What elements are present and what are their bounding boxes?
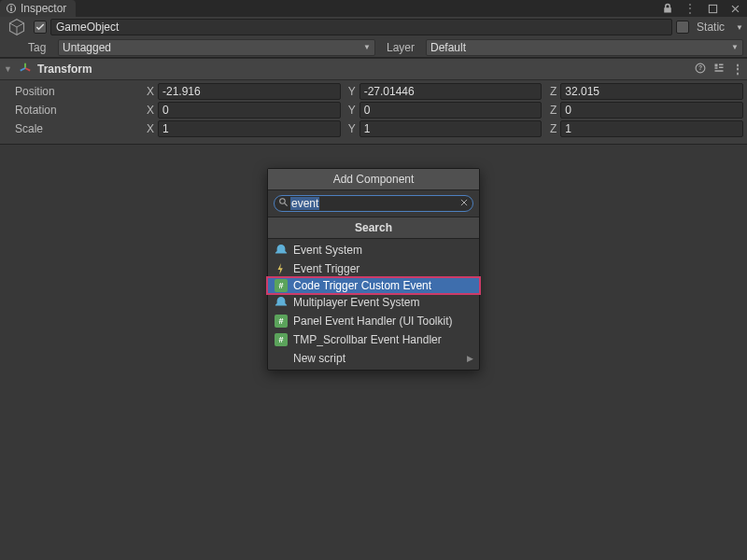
rotation-z-input[interactable]	[560, 102, 743, 119]
scale-x-input[interactable]	[158, 120, 341, 137]
static-label: Static	[693, 21, 728, 34]
tag-value: Untagged	[63, 41, 111, 54]
event-icon	[274, 243, 289, 258]
position-x-input[interactable]	[158, 83, 341, 100]
result-item-label: Multiplayer Event System	[293, 296, 419, 309]
scale-y-input[interactable]	[359, 120, 543, 137]
result-item-label: Event System	[293, 244, 362, 257]
rotation-label: Rotation	[4, 104, 139, 117]
transform-icon	[19, 62, 32, 77]
axis-z: Z	[542, 85, 560, 98]
position-row: Position X Y Z	[4, 82, 743, 101]
axis-x: X	[139, 85, 158, 98]
window-controls: ⋮	[661, 2, 747, 15]
cs-icon: #	[274, 314, 289, 329]
close-icon[interactable]	[728, 2, 741, 15]
transform-body: Position X Y Z Rotation X Y Z Scale X Y …	[0, 80, 747, 145]
result-item[interactable]: Multiplayer Event System	[268, 293, 479, 312]
results-list: Event SystemEvent Trigger#Code Trigger C…	[268, 239, 479, 370]
svg-rect-8	[719, 63, 724, 65]
chevron-right-icon: ▶	[467, 354, 473, 363]
none-icon	[274, 351, 289, 366]
inspector-tabbar: Inspector ⋮	[0, 0, 747, 17]
static-checkbox[interactable]	[676, 21, 689, 34]
foldout-icon[interactable]: ▼	[4, 64, 13, 74]
context-menu-icon[interactable]: ⋮	[732, 63, 743, 76]
maximize-icon[interactable]	[706, 2, 719, 15]
layer-dropdown[interactable]: Default ▼	[426, 39, 743, 56]
transform-header[interactable]: ▼ Transform ? ⋮	[0, 58, 747, 80]
axis-y: Y	[341, 85, 359, 98]
rotation-row: Rotation X Y Z	[4, 101, 743, 119]
search-box[interactable]: event	[274, 195, 473, 212]
svg-rect-3	[709, 5, 716, 12]
event-icon	[274, 295, 289, 310]
result-item-label: Event Trigger	[293, 262, 359, 275]
gameobject-icon[interactable]	[4, 18, 30, 36]
scale-row: Scale X Y Z	[4, 119, 743, 138]
static-dropdown-arrow[interactable]: ▼	[732, 23, 743, 32]
chevron-down-icon: ▼	[727, 43, 739, 51]
search-icon	[278, 197, 289, 210]
evtrigger-icon	[274, 261, 289, 276]
info-icon	[6, 3, 17, 14]
spacer	[0, 145, 747, 160]
tag-layer-row: Tag Untagged ▼ Layer Default ▼	[0, 37, 747, 58]
svg-rect-10	[715, 70, 724, 72]
menu-icon[interactable]: ⋮	[684, 2, 697, 15]
svg-rect-1	[10, 7, 12, 11]
svg-rect-9	[719, 66, 724, 68]
scale-label: Scale	[4, 122, 139, 135]
result-item[interactable]: #Panel Event Handler (UI Toolkit)	[268, 312, 479, 330]
cs-icon: #	[274, 278, 289, 293]
help-icon[interactable]: ?	[695, 63, 706, 77]
search-input[interactable]: event	[289, 197, 459, 210]
result-item[interactable]: #TMP_Scrollbar Event Handler	[268, 330, 479, 349]
svg-rect-6	[715, 63, 718, 66]
gameobject-header: Static ▼	[0, 17, 747, 37]
position-z-input[interactable]	[560, 83, 743, 100]
layer-label: Layer	[377, 41, 424, 54]
tag-dropdown[interactable]: Untagged ▼	[58, 39, 375, 56]
cs-icon: #	[274, 332, 289, 347]
scale-z-input[interactable]	[560, 120, 743, 137]
svg-point-11	[280, 199, 286, 204]
lock-icon[interactable]	[661, 2, 674, 15]
search-wrapper: event	[268, 190, 479, 217]
position-y-input[interactable]	[359, 83, 543, 100]
active-checkbox[interactable]	[34, 21, 47, 34]
chevron-down-icon: ▼	[359, 43, 371, 51]
result-item-label: New script	[293, 352, 345, 365]
result-item[interactable]: Event System	[268, 241, 479, 259]
layer-value: Default	[430, 41, 466, 54]
result-item[interactable]: New script▶	[268, 349, 479, 368]
tag-label: Tag	[0, 41, 56, 54]
result-item-label: Panel Event Handler (UI Toolkit)	[293, 315, 453, 328]
component-title: Transform	[37, 63, 689, 76]
position-label: Position	[4, 85, 139, 98]
clear-icon[interactable]	[459, 197, 469, 210]
svg-rect-2	[10, 6, 12, 7]
preset-icon[interactable]	[713, 63, 725, 77]
result-item[interactable]: #Code Trigger Custom Event	[266, 276, 481, 295]
name-input[interactable]	[50, 19, 672, 35]
rotation-x-input[interactable]	[158, 102, 341, 119]
result-item-label: Code Trigger Custom Event	[293, 279, 431, 292]
add-component-popup: Add Component event Search Event SystemE…	[267, 168, 480, 371]
svg-rect-7	[715, 67, 718, 69]
add-component-button[interactable]: Add Component	[268, 169, 479, 190]
svg-text:?: ?	[698, 64, 702, 71]
inspector-tab[interactable]: Inspector	[0, 0, 76, 17]
result-item-label: TMP_Scrollbar Event Handler	[293, 333, 442, 346]
rotation-y-input[interactable]	[359, 102, 543, 119]
result-item[interactable]: Event Trigger	[268, 259, 479, 278]
tab-title: Inspector	[21, 2, 66, 15]
search-heading: Search	[268, 217, 479, 239]
